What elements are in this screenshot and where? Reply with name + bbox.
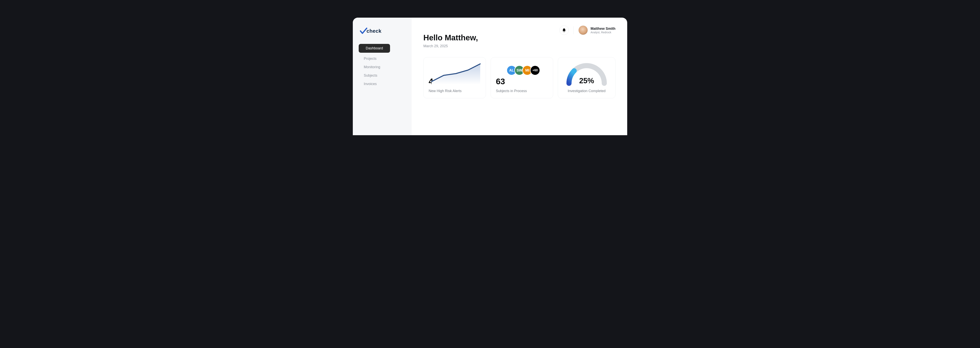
bell-icon bbox=[562, 28, 566, 32]
sidebar-item-monitoring[interactable]: Monitoring bbox=[359, 63, 406, 71]
subjects-value: 63 bbox=[496, 77, 548, 86]
progress-value: 25% bbox=[563, 76, 610, 85]
sidebar-nav: Dashboard Projects Monitoring Subjects I… bbox=[359, 44, 406, 88]
user-name: Matthew Smith bbox=[590, 27, 616, 31]
gauge: 25% bbox=[563, 59, 610, 86]
topbar: Matthew Smith Analyst, Redrock bbox=[559, 25, 616, 35]
summary-cards: 4 New High Risk Alerts AL SW MI +60 63 S… bbox=[423, 57, 616, 99]
user-info: Matthew Smith Analyst, Redrock bbox=[590, 27, 616, 34]
greeting: Hello Matthew, March 29, 2025 bbox=[423, 33, 616, 48]
sidebar-item-subjects[interactable]: Subjects bbox=[359, 72, 406, 79]
alerts-label: New High Risk Alerts bbox=[429, 89, 480, 93]
sidebar-item-projects[interactable]: Projects bbox=[359, 55, 406, 63]
card-high-risk-alerts[interactable]: 4 New High Risk Alerts bbox=[423, 57, 486, 99]
check-mark-icon bbox=[360, 27, 367, 34]
brand-name: check bbox=[366, 28, 382, 34]
app-window: check Dashboard Projects Monitoring Subj… bbox=[353, 17, 627, 135]
svg-point-0 bbox=[564, 31, 565, 32]
progress-label: Investigation Completed bbox=[568, 89, 605, 93]
subjects-label: Subjects in Process bbox=[496, 89, 548, 93]
sidebar: check Dashboard Projects Monitoring Subj… bbox=[353, 17, 412, 135]
card-subjects-in-process[interactable]: AL SW MI +60 63 Subjects in Process bbox=[491, 57, 553, 99]
subject-chip-more: +60 bbox=[530, 65, 540, 75]
divider bbox=[573, 26, 574, 34]
sidebar-item-invoices[interactable]: Invoices bbox=[359, 80, 406, 88]
sparkline-icon bbox=[430, 61, 481, 84]
subject-chips: AL SW MI +60 bbox=[506, 65, 540, 75]
notifications-button[interactable] bbox=[559, 25, 569, 35]
user-menu[interactable]: Matthew Smith Analyst, Redrock bbox=[578, 25, 616, 35]
page-date: March 29, 2025 bbox=[423, 44, 616, 48]
avatar bbox=[578, 25, 588, 35]
brand-logo: check bbox=[359, 27, 406, 34]
card-investigation-completed[interactable]: 25% Investigation Completed bbox=[558, 57, 616, 99]
user-role: Analyst, Redrock bbox=[590, 31, 616, 34]
main-content: Matthew Smith Analyst, Redrock Hello Mat… bbox=[412, 17, 627, 135]
sidebar-item-dashboard[interactable]: Dashboard bbox=[359, 44, 390, 53]
